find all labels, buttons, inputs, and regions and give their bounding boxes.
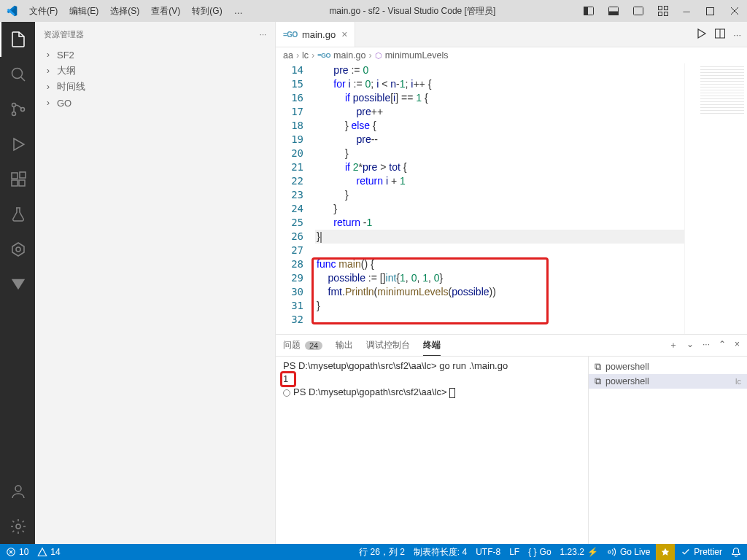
svg-rect-5	[659, 7, 662, 10]
svg-rect-9	[706, 7, 713, 15]
panel-close-icon[interactable]: ×	[735, 339, 740, 351]
window-title: main.go - sf2 - Visual Studio Code [管理员]	[249, 5, 576, 18]
tree-item-timeline[interactable]: ›时间线	[41, 79, 269, 95]
status-warnings[interactable]: 14	[37, 547, 60, 557]
terminal-dropdown-icon[interactable]: ⌄	[686, 339, 694, 351]
tab-close-icon[interactable]: ×	[341, 28, 347, 40]
svg-rect-3	[609, 12, 619, 15]
accounts-icon[interactable]	[0, 474, 35, 509]
svg-rect-8	[665, 12, 668, 16]
title-bar: 文件(F) 编辑(E) 选择(S) 查看(V) 转到(G) … main.go …	[0, 0, 747, 22]
status-go-live[interactable]: Go Live	[607, 547, 650, 557]
panel-tab-debug[interactable]: 调试控制台	[366, 335, 410, 356]
window-close[interactable]	[722, 0, 747, 22]
panel: 问题24 输出 调试控制台 终端 ＋ ⌄ ··· ⌃ × PS D:\myset…	[276, 334, 747, 544]
terminal-item-1[interactable]: ⧉powershell	[589, 359, 747, 374]
split-editor-icon[interactable]	[714, 28, 726, 42]
tree-item-sf2[interactable]: ›SF2	[41, 47, 269, 63]
panel-more-icon[interactable]: ···	[703, 339, 710, 351]
status-encoding[interactable]: UTF-8	[476, 547, 500, 557]
svg-point-19	[15, 486, 21, 491]
status-cursor-position[interactable]: 行 26，列 2	[359, 546, 405, 559]
menu-goto[interactable]: 转到(G)	[186, 5, 228, 18]
status-notifications-icon[interactable]	[731, 547, 741, 557]
layout-panel-icon[interactable]	[601, 0, 626, 22]
sidebar-more-icon[interactable]: ···	[260, 30, 266, 39]
status-indentation[interactable]: 制表符长度: 4	[414, 546, 467, 559]
filter-icon[interactable]	[0, 267, 35, 302]
panel-tab-output[interactable]: 输出	[336, 335, 353, 356]
sidebar-title: 资源管理器	[44, 29, 260, 40]
status-prettier[interactable]: Prettier	[681, 547, 722, 557]
new-terminal-icon[interactable]: ＋	[669, 339, 678, 351]
menu-file[interactable]: 文件(F)	[23, 5, 63, 18]
line-numbers: 14151617181920212223242526272829303132	[276, 63, 315, 334]
settings-icon[interactable]	[0, 509, 35, 544]
window-minimize[interactable]: ─	[676, 0, 697, 22]
minimap[interactable]	[684, 63, 747, 334]
customize-layout-icon[interactable]	[651, 0, 676, 22]
function-icon: ⬡	[375, 51, 382, 61]
tree-item-go[interactable]: ›GO	[41, 95, 269, 111]
svg-rect-14	[12, 173, 18, 179]
status-go-version[interactable]: 1.23.2⚡	[560, 547, 598, 557]
status-codewhisperer[interactable]	[656, 544, 675, 560]
window-maximize[interactable]	[697, 0, 722, 22]
svg-rect-16	[19, 180, 25, 186]
menu-view[interactable]: 查看(V)	[145, 5, 186, 18]
menu-select[interactable]: 选择(S)	[104, 5, 145, 18]
svg-rect-6	[665, 7, 668, 10]
terminal-line: PS D:\mysetup\gopath\src\sf2\aa\lc> go r…	[283, 359, 581, 373]
editor[interactable]: 14151617181920212223242526272829303132 p…	[276, 63, 747, 334]
run-icon[interactable]	[695, 28, 707, 42]
go-file-icon: =GO	[283, 31, 298, 39]
panel-tab-problems[interactable]: 问题24	[283, 335, 322, 356]
terminal-line: PS D:\mysetup\gopath\src\sf2\aa\lc>	[283, 386, 581, 399]
svg-point-12	[12, 112, 16, 116]
terminal-item-2[interactable]: ⧉powershelllc	[589, 374, 747, 389]
breadcrumb[interactable]: aa› lc› =GOmain.go› ⬡minimumLevels	[276, 47, 747, 63]
status-errors[interactable]: 10	[6, 547, 28, 557]
sidebar: 资源管理器 ··· ›SF2 ›大纲 ›时间线 ›GO	[35, 22, 276, 544]
svg-rect-17	[20, 172, 26, 178]
testing-icon[interactable]	[0, 197, 35, 232]
explorer-icon[interactable]	[0, 22, 35, 57]
editor-more-icon[interactable]: ···	[733, 29, 741, 40]
extensions-icon[interactable]	[0, 162, 35, 197]
svg-rect-7	[659, 12, 662, 16]
svg-rect-1	[584, 7, 588, 15]
layout-primary-sidebar-icon[interactable]	[576, 0, 601, 22]
terminal-list: ⧉powershell ⧉powershelllc	[588, 357, 747, 544]
go-file-icon: =GO	[317, 52, 330, 59]
source-control-icon[interactable]	[0, 92, 35, 127]
status-eol[interactable]: LF	[509, 547, 519, 557]
status-bar: 10 14 行 26，列 2 制表符长度: 4 UTF-8 LF { }Go 1…	[0, 544, 747, 560]
highlight-annotation	[280, 371, 296, 387]
vscode-logo	[6, 5, 18, 17]
svg-rect-15	[12, 180, 18, 186]
svg-point-10	[12, 69, 23, 79]
layout-secondary-sidebar-icon[interactable]	[626, 0, 651, 22]
panel-tab-terminal[interactable]: 终端	[423, 335, 441, 356]
activity-bar	[0, 22, 35, 544]
code-content[interactable]: pre := 0 for i := 0; i < n-1; i++ { if p…	[315, 63, 684, 334]
svg-point-11	[12, 104, 16, 107]
status-language[interactable]: { }Go	[528, 547, 551, 557]
cloud-icon[interactable]	[0, 232, 35, 267]
menu-more[interactable]: …	[228, 6, 249, 16]
menu-edit[interactable]: 编辑(E)	[63, 5, 104, 18]
svg-point-24	[608, 551, 611, 553]
svg-point-20	[16, 524, 20, 529]
tree-item-outline[interactable]: ›大纲	[41, 63, 269, 79]
run-debug-icon[interactable]	[0, 127, 35, 162]
terminal[interactable]: PS D:\mysetup\gopath\src\sf2\aa\lc> go r…	[276, 357, 588, 544]
search-icon[interactable]	[0, 57, 35, 92]
highlight-annotation	[311, 257, 549, 324]
svg-rect-4	[634, 7, 643, 15]
svg-point-18	[16, 247, 20, 252]
tab-main-go[interactable]: =GO main.go ×	[276, 22, 355, 47]
panel-maximize-icon[interactable]: ⌃	[719, 339, 726, 351]
editor-tabs: =GO main.go × ···	[276, 22, 747, 47]
